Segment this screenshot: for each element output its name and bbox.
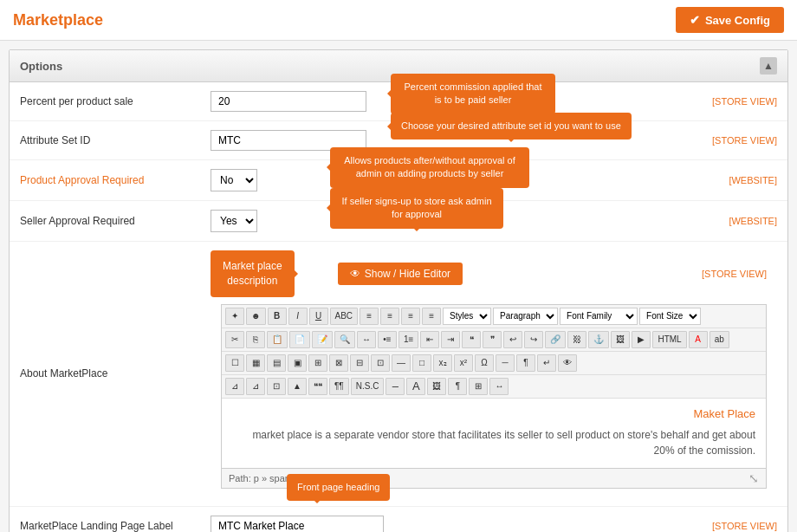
toolbar-btn-img[interactable]: ☻ [246, 308, 266, 325]
editor-content-area[interactable]: Maket Place market place is a separate v… [222, 399, 766, 468]
toolbar-btn-t9[interactable]: — [392, 354, 411, 372]
toolbar-btn-find[interactable]: 🔍 [334, 331, 355, 348]
field-value-about: Market placedescription 👁 Show / Hide Ed… [200, 242, 787, 507]
save-config-button[interactable]: ✔ Save Config [676, 7, 784, 33]
form-table: Percent per product sale Percent commiss… [10, 82, 787, 532]
toolbar-btn-paste3[interactable]: 📝 [312, 331, 333, 348]
field-label-attribute: Attribute Set ID [10, 121, 200, 160]
toolbar-btn-indent-out[interactable]: ⇤ [420, 331, 439, 348]
section-toggle[interactable]: ▲ [760, 57, 777, 75]
toolbar-btn-pg[interactable]: ¶ [516, 354, 535, 372]
eye-icon: 👁 [350, 268, 360, 280]
toolbar-btn-unlink[interactable]: ⛓ [567, 331, 586, 348]
toolbar-btn-color[interactable]: A [689, 331, 708, 348]
toolbar-btn-anchor[interactable]: ⚓ [588, 331, 609, 348]
toolbar-btn-r3[interactable]: ⊡ [267, 378, 286, 395]
editor-heading: Maket Place [232, 407, 755, 420]
toolbar-btn-replace[interactable]: ↔ [357, 331, 376, 348]
toolbar-btn-t2[interactable]: ▦ [246, 354, 265, 372]
toolbar-btn-cut[interactable]: ✂ [225, 331, 244, 348]
toolbar-btn-align-center[interactable]: ≡ [380, 308, 399, 325]
checkmark-icon: ✔ [690, 13, 700, 27]
toolbar-btn-align-left[interactable]: ≡ [360, 308, 379, 325]
toolbar-btn-sub[interactable]: x₂ [433, 354, 452, 372]
toolbar-btn-bold[interactable]: B [268, 308, 287, 325]
toolbar-btn-t10[interactable]: □ [412, 354, 431, 372]
toolbar-btn-t4[interactable]: ▣ [288, 354, 307, 372]
toolbar-btn-embed[interactable]: ✦ [225, 308, 244, 325]
field-scope-about: [STORE VIEW] [702, 269, 777, 279]
toolbar-btn-redo[interactable]: ↪ [524, 331, 543, 348]
editor-body-text: market place is a separate vendor store … [232, 427, 755, 458]
toolbar-btn-r12[interactable]: ⊞ [469, 378, 488, 395]
toolbar-btn-t3[interactable]: ▤ [267, 354, 286, 372]
toolbar-btn-strikethrough[interactable]: ABC [330, 308, 359, 325]
toolbar-btn-indent-in[interactable]: ⇥ [441, 331, 460, 348]
toolbar-btn-link[interactable]: 🔗 [545, 331, 566, 348]
editor-toolbar-row4: ⊿ ⊿ ⊡ ▲ ❝❝ ¶¶ N.S.C – A 🖼 ¶ ⊞ ↔ [222, 375, 766, 399]
field-label-about: About MarketPlace [10, 242, 200, 507]
toolbar-btn-hr[interactable]: ─ [496, 354, 515, 372]
toolbar-btn-r11[interactable]: ¶ [448, 378, 467, 395]
toolbar-btn-t1[interactable]: ☐ [225, 354, 244, 372]
toolbar-btn-undo[interactable]: ↩ [503, 331, 522, 348]
toolbar-btn-r9[interactable]: A [406, 378, 425, 395]
tooltip-product-approval: Allows products after/without approval o… [330, 147, 529, 188]
resize-handle[interactable]: ⤡ [748, 471, 759, 485]
toolbar-btn-html[interactable]: HTML [652, 331, 686, 348]
font-family-select[interactable]: Font Family [560, 308, 638, 325]
toolbar-btn-media[interactable]: ▶ [632, 331, 651, 348]
toolbar-btn-r2[interactable]: ⊿ [246, 378, 265, 395]
toolbar-btn-r4[interactable]: ▲ [288, 378, 307, 395]
tooltip-percent: Percent commission applied that is to be… [391, 74, 555, 114]
font-size-select[interactable]: Font Size [639, 308, 701, 325]
page-header: Marketplace ✔ Save Config [0, 0, 797, 41]
toolbar-btn-r7[interactable]: N.S.C [351, 378, 385, 395]
toolbar-btn-bgcolor[interactable]: ab [710, 331, 729, 348]
styles-select[interactable]: Styles [443, 308, 491, 325]
field-label-landing-label: MarketPlace Landing Page Label [10, 506, 200, 532]
toolbar-btn-r10[interactable]: 🖼 [427, 378, 446, 395]
field-value-landing-label: Front page heading [200, 506, 701, 532]
toolbar-btn-nl[interactable]: ↵ [537, 354, 556, 372]
paragraph-select[interactable]: Paragraph [493, 308, 558, 325]
toolbar-btn-t5[interactable]: ⊞ [308, 354, 327, 372]
field-label-seller-approval: Seller Approval Required [10, 201, 200, 242]
product-approval-select[interactable]: No Yes [211, 169, 257, 191]
toolbar-btn-t8[interactable]: ⊡ [371, 354, 390, 372]
toolbar-btn-sup[interactable]: x² [454, 354, 473, 372]
toolbar-btn-paste[interactable]: 📋 [267, 331, 288, 348]
seller-approval-select[interactable]: Yes No [211, 210, 257, 232]
toolbar-btn-copy[interactable]: ⎘ [246, 331, 265, 348]
toolbar-btn-t7[interactable]: ⊟ [350, 354, 369, 372]
landing-label-input[interactable] [211, 516, 384, 532]
toolbar-btn-italic[interactable]: I [288, 308, 308, 325]
toolbar-btn-preview[interactable]: 👁 [558, 354, 577, 372]
toolbar-btn-underline[interactable]: U [309, 308, 328, 325]
toolbar-btn-t6[interactable]: ⊠ [329, 354, 348, 372]
show-hide-editor-button[interactable]: 👁 Show / Hide Editor [338, 263, 463, 285]
field-scope-attribute: [STORE VIEW] [701, 121, 787, 160]
page-title: Marketplace [13, 11, 103, 29]
toolbar-btn-blockquote[interactable]: ❝ [462, 331, 481, 348]
toolbar-btn-r5[interactable]: ❝❝ [308, 378, 327, 395]
toolbar-btn-blockquote2[interactable]: ❞ [483, 331, 502, 348]
tooltip-attribute: Choose your desired attribute set id you… [391, 113, 632, 139]
toolbar-btn-r6[interactable]: ¶¶ [329, 378, 349, 395]
toolbar-btn-paste2[interactable]: 📄 [289, 331, 310, 348]
toolbar-btn-align-right[interactable]: ≡ [401, 308, 420, 325]
tooltip-front-page-heading: Front page heading [287, 474, 390, 501]
percent-input[interactable] [211, 91, 366, 112]
toolbar-btn-r8[interactable]: – [386, 378, 405, 395]
toolbar-btn-r1[interactable]: ⊿ [225, 378, 244, 395]
editor-toolbar-row1: ✦ ☻ B I U ABC ≡ ≡ ≡ ≡ Styles [222, 305, 766, 328]
toolbar-btn-align-justify[interactable]: ≡ [422, 308, 441, 325]
table-row: About MarketPlace Market placedescriptio… [10, 242, 787, 507]
toolbar-btn-omega[interactable]: Ω [475, 354, 494, 372]
field-scope-seller-approval: [WEBSITE] [701, 201, 787, 242]
field-scope-percent: [STORE VIEW] [701, 82, 787, 121]
toolbar-btn-ol[interactable]: 1≡ [398, 331, 418, 348]
toolbar-btn-r13[interactable]: ↔ [489, 378, 509, 395]
toolbar-btn-ul[interactable]: •≡ [378, 331, 397, 348]
toolbar-btn-img2[interactable]: 🖼 [611, 331, 630, 348]
